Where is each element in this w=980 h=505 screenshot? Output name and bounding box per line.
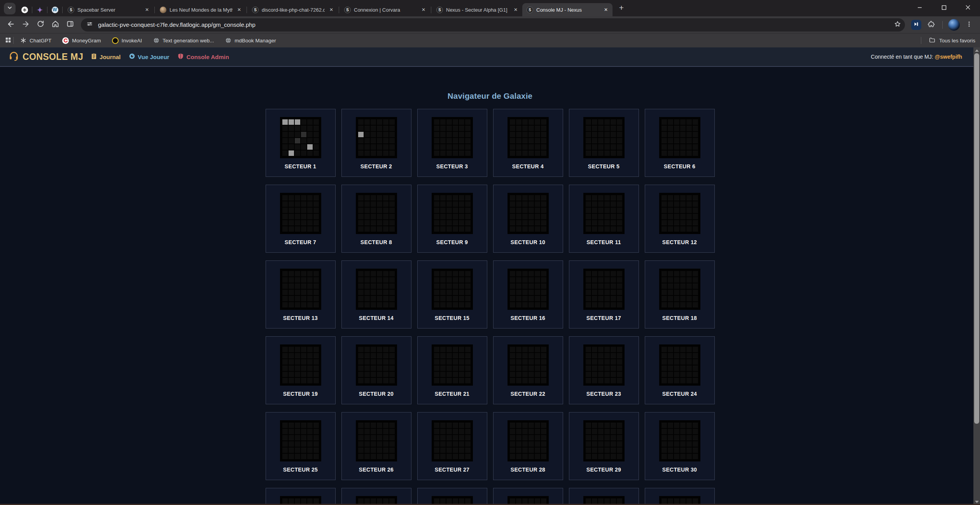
back-icon: [7, 20, 15, 30]
bookmark-item[interactable]: Text generation web...: [153, 37, 214, 44]
sector-card-3[interactable]: SECTEUR 3: [417, 109, 487, 177]
map-cell: [674, 208, 679, 213]
sector-card-16[interactable]: SECTEUR 16: [493, 260, 563, 329]
sector-card-12[interactable]: SECTEUR 12: [645, 185, 715, 253]
sector-card-2[interactable]: SECTEUR 2: [341, 109, 411, 177]
map-cell: [307, 201, 313, 207]
sector-card-36[interactable]: SECTEUR 36: [645, 488, 715, 505]
sector-card-8[interactable]: SECTEUR 8: [341, 185, 411, 253]
sector-card-15[interactable]: SECTEUR 15: [417, 260, 487, 329]
sector-card-30[interactable]: SECTEUR 30: [645, 412, 715, 480]
side-panel-button[interactable]: [63, 18, 77, 32]
map-cell: [668, 214, 673, 219]
sector-card-14[interactable]: SECTEUR 14: [341, 260, 411, 329]
sector-card-9[interactable]: SECTEUR 9: [417, 185, 487, 253]
tab-close-icon[interactable]: ✕: [328, 6, 335, 13]
sector-card-23[interactable]: SECTEUR 23: [569, 336, 639, 404]
sector-card-21[interactable]: SECTEUR 21: [417, 336, 487, 404]
sector-card-1[interactable]: SECTEUR 1: [266, 109, 336, 177]
site-info-button[interactable]: [84, 19, 95, 30]
map-cell: [307, 290, 313, 295]
page-scrollbar[interactable]: [973, 47, 980, 505]
sector-card-31[interactable]: SECTEUR 31: [266, 488, 336, 505]
home-button[interactable]: [48, 18, 62, 32]
profile-avatar[interactable]: [948, 19, 960, 31]
nav-item-journal[interactable]: Journal: [91, 53, 121, 61]
bookmark-item[interactable]: InvokeAI: [112, 37, 142, 44]
scrollbar-thumb[interactable]: [974, 53, 979, 424]
pinned-extension-button[interactable]: [911, 20, 921, 30]
sector-card-33[interactable]: SECTEUR 33: [417, 488, 487, 505]
nav-item-console-admin[interactable]: Console Admin: [177, 53, 229, 61]
map-cell: [693, 201, 698, 207]
apps-shortcut-button[interactable]: [5, 37, 12, 45]
pinned-tab[interactable]: [33, 3, 46, 16]
map-cell: [289, 220, 294, 225]
tab-close-icon[interactable]: ✕: [602, 6, 609, 13]
sector-card-34[interactable]: SECTEUR 34: [493, 488, 563, 505]
sector-card-27[interactable]: SECTEUR 27: [417, 412, 487, 480]
map-cell: [674, 353, 679, 358]
tab-6[interactable]: SConsole MJ - Nexus✕: [522, 3, 612, 16]
sector-card-26[interactable]: SECTEUR 26: [341, 412, 411, 480]
sector-card-4[interactable]: SECTEUR 4: [493, 109, 563, 177]
back-button[interactable]: [4, 18, 18, 32]
pinned-tab[interactable]: W: [48, 3, 61, 16]
sector-card-28[interactable]: SECTEUR 28: [493, 412, 563, 480]
maximize-button[interactable]: [932, 0, 956, 16]
sector-card-22[interactable]: SECTEUR 22: [493, 336, 563, 404]
scrollbar-up-arrow[interactable]: [973, 47, 980, 54]
new-tab-button[interactable]: +: [616, 2, 627, 14]
reload-button[interactable]: [33, 18, 47, 32]
url-text[interactable]: galactic-pve-conquest-c7fe.dev.flatlogic…: [98, 21, 889, 28]
tab-2[interactable]: Les Neuf Mondes de la Mytholo✕: [156, 3, 246, 16]
sector-card-10[interactable]: SECTEUR 10: [493, 185, 563, 253]
tab-4[interactable]: SConnexion | Corvara✕: [340, 3, 430, 16]
pinned-tab[interactable]: [18, 3, 31, 16]
extensions-button[interactable]: [924, 18, 938, 32]
sector-card-13[interactable]: SECTEUR 13: [266, 260, 336, 329]
bookmark-item[interactable]: MoneyGram: [62, 37, 101, 44]
map-cell: [516, 435, 522, 440]
sector-card-18[interactable]: SECTEUR 18: [645, 260, 715, 329]
tab-close-icon[interactable]: ✕: [236, 6, 243, 13]
map-cell: [440, 296, 446, 301]
tab-close-icon[interactable]: ✕: [512, 6, 519, 13]
bookmark-item[interactable]: mdBook Manager: [225, 37, 276, 44]
sector-card-7[interactable]: SECTEUR 7: [266, 185, 336, 253]
tab-1[interactable]: SSpacebar Server✕: [63, 3, 154, 16]
tab-5[interactable]: SNexus - Secteur Alpha [G1]✕: [432, 3, 522, 16]
tab-search-button[interactable]: [4, 3, 16, 14]
sector-card-35[interactable]: SECTEUR 35: [569, 488, 639, 505]
sector-card-20[interactable]: SECTEUR 20: [341, 336, 411, 404]
nav-item-vue-joueur[interactable]: Vue Joueur: [129, 53, 169, 61]
sector-card-25[interactable]: SECTEUR 25: [266, 412, 336, 480]
map-cell: [364, 353, 370, 358]
sector-card-29[interactable]: SECTEUR 29: [569, 412, 639, 480]
browser-menu-button[interactable]: [962, 18, 976, 32]
map-cell: [358, 454, 364, 459]
sector-label: SECTEUR 12: [662, 239, 697, 245]
bookmark-item[interactable]: ChatGPT: [20, 37, 51, 44]
map-cell: [617, 441, 622, 447]
address-bar[interactable]: galactic-pve-conquest-c7fe.dev.flatlogic…: [81, 18, 905, 31]
sector-card-17[interactable]: SECTEUR 17: [569, 260, 639, 329]
minimize-button[interactable]: [908, 0, 932, 16]
site-brand[interactable]: CONSOLE MJ: [9, 51, 83, 63]
tab-close-icon[interactable]: ✕: [420, 6, 427, 13]
sector-card-32[interactable]: SECTEUR 32: [341, 488, 411, 505]
map-cell: [358, 277, 364, 283]
map-cell: [371, 365, 376, 371]
sector-card-11[interactable]: SECTEUR 11: [569, 185, 639, 253]
all-bookmarks-button[interactable]: Tous les favoris: [917, 37, 975, 45]
close-window-button[interactable]: [956, 0, 980, 16]
map-cell: [535, 454, 540, 459]
tab-3[interactable]: Sdiscord-like-php-chat-7262.dev✕: [248, 3, 338, 16]
bookmark-star-button[interactable]: [892, 19, 903, 31]
sector-card-5[interactable]: SECTEUR 5: [569, 109, 639, 177]
forward-button[interactable]: [19, 18, 33, 32]
sector-card-19[interactable]: SECTEUR 19: [266, 336, 336, 404]
tab-close-icon[interactable]: ✕: [144, 6, 150, 13]
sector-card-24[interactable]: SECTEUR 24: [645, 336, 715, 404]
sector-card-6[interactable]: SECTEUR 6: [645, 109, 715, 177]
